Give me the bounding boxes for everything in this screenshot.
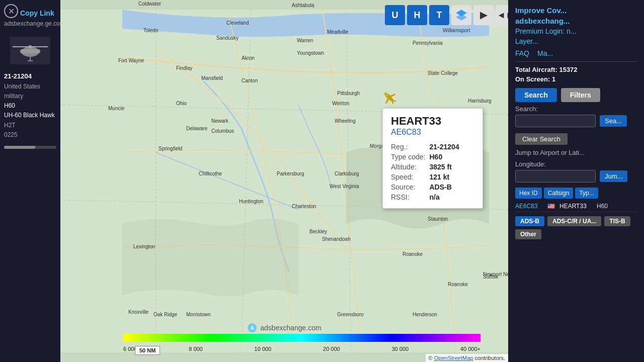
ac-callsign-cell: HEART33 — [559, 203, 595, 210]
ac-hex-cell: AE6C83 — [515, 203, 545, 210]
map-area[interactable]: ColdwaterAshtabulaToledoClevelandMeadvil… — [60, 0, 508, 362]
type-label: Type code: — [391, 152, 430, 162]
alt-value: 3825 ft — [430, 162, 463, 172]
jump-input[interactable] — [515, 170, 596, 183]
osm-credit: © OpenStreetMap contributors. — [426, 354, 508, 362]
divider-1 — [515, 61, 637, 62]
scale-label-2: 8 000 — [189, 346, 203, 352]
altitude-scale-labels: 6 000 8 000 10 000 20 000 30 000 40 000+ — [123, 346, 480, 352]
scale-label-4: 20 000 — [323, 346, 340, 352]
improve-coverage-link[interactable]: Improve Cov... — [515, 6, 637, 15]
hex-id-column-btn[interactable]: Hex ID — [515, 188, 542, 199]
aircraft-info: 21-21204 United States military H60 UH-6… — [0, 69, 60, 142]
rssi-label: RSSI: — [391, 192, 430, 202]
adsb-watermark: A adsbexchange.com — [247, 323, 321, 333]
total-aircraft-label: Total Aircraft: — [515, 66, 557, 73]
premium-login-link[interactable]: Premium Login: n... — [515, 27, 637, 35]
svg-rect-2 — [20, 49, 40, 53]
search-filters-row: Search Filters — [515, 88, 637, 102]
alt-label: Altitude: — [391, 162, 430, 172]
left-sidebar: ✕ Copy Link adsbexchange.ge.com 21-21204… — [0, 0, 60, 362]
speed-label: Speed: — [391, 172, 430, 182]
search-section-label: Search: — [515, 105, 637, 113]
longitude-label: Longitude: — [515, 160, 637, 168]
progress-fill — [4, 146, 35, 149]
source-value: ADS-B — [430, 182, 463, 192]
table-row[interactable]: AE6C83 🇺🇸 HEART33 H60 — [515, 201, 637, 212]
ac-category: military — [4, 92, 56, 101]
source-adsb-button[interactable]: ADS-B — [515, 216, 544, 226]
popup-callsign: HEART33 — [391, 115, 474, 128]
scale-label-5: 30 000 — [391, 346, 409, 352]
scale-label-6: 40 000+ — [460, 346, 480, 352]
aircraft-table-header: Hex ID Callsign Typ... — [515, 188, 637, 199]
type-value: H60 — [430, 152, 463, 162]
svg-point-4 — [29, 45, 32, 48]
btn-t[interactable]: T — [429, 5, 449, 25]
btn-u[interactable]: U — [385, 5, 405, 25]
source-filter-row: ADS-B ADS-C/R / UA... TIS-B Other — [515, 216, 637, 239]
altitude-color-scale — [123, 334, 480, 342]
clear-search-button[interactable]: Clear Search — [515, 133, 568, 145]
osm-link[interactable]: OpenStreetMap — [434, 355, 473, 361]
speed-value: 121 kt — [430, 172, 463, 182]
ac-country: United States — [4, 82, 56, 92]
ac-type-name: UH-60 Black Hawk — [4, 111, 56, 120]
close-button[interactable]: ✕ — [4, 4, 18, 18]
watermark-text: adsbexchange.com — [260, 324, 321, 332]
source-adsc-button[interactable]: ADS-C/R / UA... — [547, 216, 601, 226]
source-tis-button[interactable]: TIS-B — [604, 216, 630, 226]
rssi-value: n/a — [430, 192, 463, 202]
svg-text:A: A — [251, 325, 254, 331]
callsign-column-btn[interactable]: Callsign — [544, 188, 574, 199]
btn-next[interactable]: ▶ — [473, 5, 494, 25]
on-screen-value: 1 — [552, 75, 555, 83]
ac-type: H60 — [4, 101, 56, 111]
map-controls-top: U H T ▶ ◄► — [385, 5, 508, 25]
total-aircraft-value: 15372 — [559, 66, 577, 73]
right-panel: Improve Cov... adsbexchang... Premium Lo… — [508, 0, 644, 362]
jump-to-label: Jump to Airport or Lati... — [515, 149, 637, 156]
layers-link[interactable]: Layer... — [515, 37, 637, 45]
search-button[interactable]: Search — [515, 88, 557, 102]
ac-squawk: H2T — [4, 121, 56, 130]
domain-label: adsbexchange.ge.com — [0, 19, 60, 31]
map-link[interactable]: Ma... — [537, 49, 553, 57]
faq-link[interactable]: FAQ — [515, 49, 529, 57]
progress-bar — [4, 146, 56, 149]
btn-split[interactable]: ◄► — [496, 5, 508, 25]
ac-registration: 21-21204 — [4, 71, 56, 82]
distance-indicator: 50 NM — [135, 346, 160, 355]
source-label: Source: — [391, 182, 430, 192]
adsb-link[interactable]: adsbexchang... — [515, 17, 637, 25]
aircraft-thumbnail — [10, 35, 50, 65]
ac-transponder: 0225 — [4, 130, 56, 140]
source-other-button[interactable]: Other — [515, 229, 541, 239]
close-icon: ✕ — [8, 7, 15, 16]
btn-layers[interactable] — [451, 5, 471, 25]
search-input[interactable] — [515, 115, 596, 127]
popup-hex: AE6C83 — [391, 128, 474, 137]
type-column-btn[interactable]: Typ... — [575, 188, 598, 199]
svg-marker-9 — [456, 14, 467, 21]
reg-label: Reg.: — [391, 142, 430, 152]
search-submit-button[interactable]: Sea... — [600, 115, 627, 127]
on-screen-label: On Screen: — [515, 75, 550, 83]
aircraft-popup: HEART33 AE6C83 Reg.: 21-21204 Type code:… — [382, 108, 483, 209]
on-screen-stat: On Screen: 1 — [515, 75, 637, 83]
jump-button[interactable]: Jum... — [600, 170, 627, 182]
btn-h[interactable]: H — [407, 5, 427, 25]
reg-value: 21-21204 — [430, 142, 463, 152]
ac-flag-cell: 🇺🇸 — [547, 203, 557, 210]
faq-row: FAQ Ma... — [515, 49, 637, 57]
ac-type-cell: H60 — [597, 203, 617, 210]
scale-label-3: 10 000 — [255, 346, 272, 352]
total-aircraft-stat: Total Aircraft: 15372 — [515, 66, 637, 73]
filters-button[interactable]: Filters — [561, 88, 600, 102]
